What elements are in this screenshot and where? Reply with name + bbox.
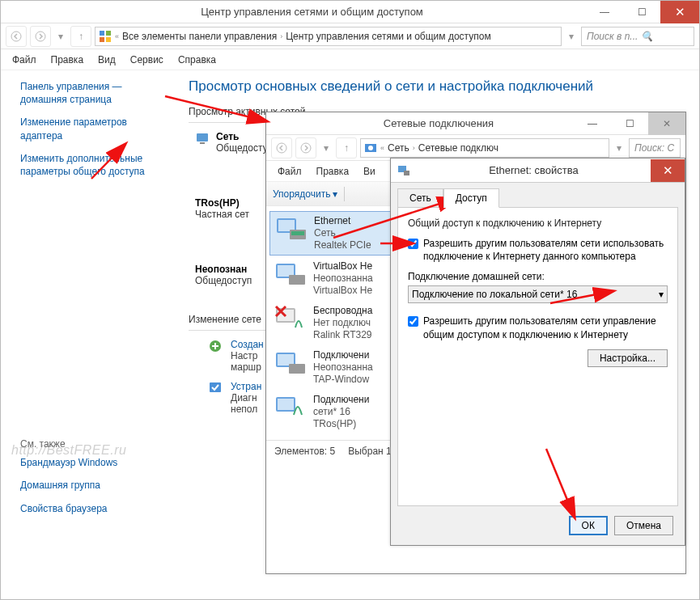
chevron-right-icon: « bbox=[115, 32, 119, 40]
conn-name: Беспроводна bbox=[313, 305, 372, 317]
menu-file[interactable]: Файл bbox=[278, 166, 302, 177]
netconn-titlebar: Сетевые подключения — ☐ ✕ bbox=[266, 112, 685, 135]
main-title: Центр управления сетями и общим доступом bbox=[38, 6, 586, 18]
crumb-item[interactable]: Сетевые подключ bbox=[418, 142, 498, 154]
conn-name: VirtualBox He bbox=[313, 260, 373, 273]
home-connection-combobox[interactable]: Подключение по локальной сети* 16 ▾ bbox=[408, 285, 668, 303]
close-button[interactable]: ✕ bbox=[660, 1, 699, 23]
svg-rect-4 bbox=[100, 37, 104, 42]
menu-edit[interactable]: Правка bbox=[51, 54, 84, 65]
cancel-button[interactable]: Отмена bbox=[614, 516, 673, 535]
nav-dropdown-icon[interactable]: ▾ bbox=[565, 26, 578, 47]
trouble-desc-1: Диагн bbox=[231, 392, 261, 404]
crumb-item[interactable]: Сеть bbox=[388, 142, 409, 154]
tab-network[interactable]: Сеть bbox=[397, 188, 443, 208]
nav-dropdown-icon[interactable]: ▾ bbox=[613, 137, 626, 158]
svg-rect-6 bbox=[197, 133, 208, 142]
tab-access[interactable]: Доступ bbox=[443, 188, 499, 208]
nav-up-icon[interactable]: ↑ bbox=[336, 137, 357, 158]
create-connection-link[interactable]: Создан bbox=[231, 339, 264, 350]
conn-name: Ethernet bbox=[314, 215, 371, 227]
status-count: Элементов: 5 bbox=[274, 446, 335, 457]
change-adapter-settings-link[interactable]: Изменение параметров адаптера bbox=[20, 116, 166, 142]
conn-device: TAP-Window bbox=[313, 374, 373, 386]
combo-value: Подключение по локальной сети* 16 bbox=[412, 289, 577, 300]
search-placeholder: Поиск в п... bbox=[587, 31, 638, 42]
svg-rect-9 bbox=[210, 382, 221, 392]
nav-up-icon[interactable]: ↑ bbox=[70, 26, 91, 47]
menu-help[interactable]: Справка bbox=[178, 54, 216, 65]
search-input[interactable]: Поиск: С bbox=[629, 138, 681, 158]
organize-button[interactable]: Упорядочить ▾ bbox=[273, 188, 337, 200]
content-header: Просмотр основных сведений о сети и наст… bbox=[189, 78, 685, 95]
svg-rect-25 bbox=[289, 364, 305, 374]
menu-view[interactable]: Вид bbox=[98, 54, 116, 65]
network-icon bbox=[195, 131, 210, 146]
maximize-button[interactable]: ☐ bbox=[623, 1, 660, 23]
netconn-title: Сетевые подключения bbox=[303, 117, 574, 129]
nav-back-icon[interactable] bbox=[6, 26, 27, 47]
firewall-link[interactable]: Брандмауэр Windows bbox=[20, 456, 166, 469]
minimize-button[interactable]: — bbox=[586, 1, 623, 23]
close-button[interactable]: ✕ bbox=[648, 112, 685, 135]
nav-recent-icon[interactable]: ▾ bbox=[54, 26, 67, 47]
tab-panel-access: Общий доступ к подключению к Интернету Р… bbox=[397, 207, 678, 506]
minimize-button[interactable]: — bbox=[574, 112, 611, 135]
allow-sharing-checkbox[interactable] bbox=[408, 239, 418, 249]
prop-titlebar: Ethernet: свойства ✕ bbox=[391, 158, 685, 183]
search-placeholder: Поиск: С bbox=[634, 142, 674, 154]
conn-device: Realtek PCIe bbox=[314, 239, 371, 251]
conn-status: Сеть bbox=[314, 227, 371, 239]
conn-name: Подключени bbox=[313, 349, 373, 361]
homegroup-link[interactable]: Домашняя группа bbox=[20, 479, 166, 492]
nav-recent-icon[interactable]: ▾ bbox=[320, 137, 333, 158]
crumb-item[interactable]: Все элементы панели управления bbox=[122, 31, 277, 42]
nic-disabled-icon bbox=[274, 305, 307, 332]
chevron-down-icon: ▾ bbox=[659, 289, 664, 300]
search-icon: 🔍 bbox=[641, 31, 653, 42]
troubleshoot-link[interactable]: Устран bbox=[231, 381, 261, 392]
menu-tools[interactable]: Сервис bbox=[130, 54, 163, 65]
nav-back-icon[interactable] bbox=[271, 137, 292, 158]
close-button[interactable]: ✕ bbox=[651, 159, 685, 182]
organize-label: Упорядочить bbox=[273, 188, 330, 200]
svg-rect-3 bbox=[106, 31, 111, 36]
browser-props-link[interactable]: Свойства браузера bbox=[20, 502, 166, 515]
crumb-item[interactable]: Центр управления сетями и общим доступом bbox=[286, 31, 491, 42]
allow-control-row[interactable]: Разрешить другим пользователям сети упра… bbox=[408, 315, 668, 340]
breadcrumb-bar[interactable]: « Все элементы панели управления › Центр… bbox=[95, 27, 562, 46]
search-input[interactable]: Поиск в п... 🔍 bbox=[581, 27, 694, 46]
menu-view[interactable]: Ви bbox=[363, 166, 375, 177]
main-menubar: Файл Правка Вид Сервис Справка bbox=[1, 49, 699, 70]
allow-control-checkbox[interactable] bbox=[408, 316, 418, 327]
new-connection-icon bbox=[208, 339, 223, 353]
maximize-button[interactable]: ☐ bbox=[611, 112, 648, 135]
svg-point-0 bbox=[11, 32, 21, 41]
chevron-icon: « bbox=[380, 144, 384, 152]
conn-device: Ralink RT329 bbox=[313, 329, 372, 341]
control-panel-home-link[interactable]: Панель управления — домашняя страница bbox=[20, 80, 166, 106]
change-sharing-settings-link[interactable]: Изменить дополнительные параметры общего… bbox=[20, 152, 166, 178]
conn-status: Неопознанна bbox=[313, 361, 373, 374]
chevron-right-icon: › bbox=[280, 32, 282, 40]
svg-rect-15 bbox=[278, 220, 295, 231]
home-connection-label: Подключение домашней сети: bbox=[408, 271, 668, 282]
main-navbar: ▾ ↑ « Все элементы панели управления › Ц… bbox=[1, 23, 699, 49]
conn-device: VirtualBox He bbox=[313, 285, 373, 297]
menu-edit[interactable]: Правка bbox=[316, 166, 350, 177]
settings-button[interactable]: Настройка... bbox=[588, 349, 668, 367]
control-panel-icon bbox=[99, 30, 112, 43]
svg-point-1 bbox=[36, 32, 45, 41]
troubleshoot-icon bbox=[208, 381, 223, 395]
nav-fwd-icon[interactable] bbox=[295, 137, 316, 158]
allow-sharing-row[interactable]: Разрешить другим пользователям сети испо… bbox=[408, 237, 668, 263]
breadcrumb-bar[interactable]: « Сеть › Сетевые подключ bbox=[360, 138, 609, 158]
left-nav-pane: Панель управления — домашняя страница Из… bbox=[1, 70, 174, 599]
conn-device: TRos(HP) bbox=[313, 418, 369, 430]
ok-button[interactable]: ОК bbox=[569, 516, 608, 535]
main-titlebar: Центр управления сетями и общим доступом… bbox=[1, 1, 699, 23]
allow-sharing-label: Разрешить другим пользователям сети испо… bbox=[423, 237, 668, 263]
nav-fwd-icon[interactable] bbox=[30, 26, 51, 47]
conn-status: Нет подключ bbox=[313, 317, 372, 329]
menu-file[interactable]: Файл bbox=[12, 54, 36, 65]
